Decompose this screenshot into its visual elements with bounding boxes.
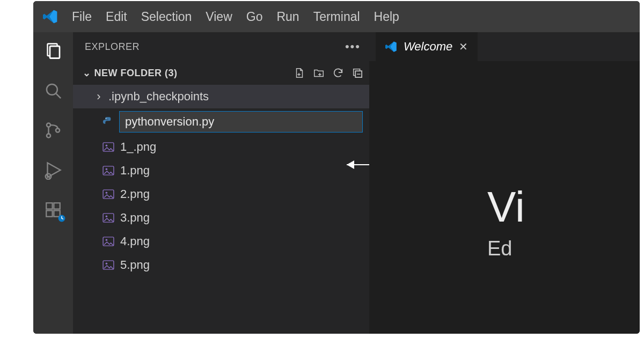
python-file-icon [101,116,114,127]
svg-point-31 [106,263,108,265]
image-file-icon [102,260,115,270]
chevron-down-icon: ⌄ [83,67,91,79]
explorer-sidebar: EXPLORER ••• ⌄ NEW FOLDER (3) [73,32,369,334]
folder-name: NEW FOLDER (3) [94,68,178,79]
tab-label: Welcome [404,40,452,54]
svg-rect-10 [46,203,52,209]
image-file-icon [102,165,115,176]
menu-help[interactable]: Help [374,10,399,24]
tree-file-label: 2.png [120,187,150,201]
new-file-name-input[interactable]: pythonversion.py [119,111,363,133]
menu-selection[interactable]: Selection [141,10,192,24]
svg-point-7 [56,128,60,132]
menu-view[interactable]: View [206,10,232,24]
new-file-input-row: pythonversion.py [73,108,369,135]
svg-rect-13 [54,203,60,209]
svg-point-27 [106,216,108,218]
tree-file[interactable]: 1_.png [73,135,369,159]
svg-point-6 [47,134,50,137]
svg-point-5 [47,123,50,127]
tree-file[interactable]: 5.png [73,253,369,277]
svg-point-25 [106,192,108,194]
tree-file[interactable]: 4.png [73,230,369,253]
editor-area: Welcome ✕ Vi Ed [369,32,640,334]
search-icon[interactable] [42,79,64,102]
new-file-icon[interactable] [293,67,306,79]
svg-point-29 [106,239,108,241]
tree-file-label: 3.png [120,211,150,225]
tree-file-label: 5.png [120,258,150,272]
collapse-all-icon[interactable] [351,67,364,79]
vscode-logo-icon [385,41,397,53]
explorer-title: EXPLORER [85,41,140,53]
menu-terminal[interactable]: Terminal [313,10,360,24]
file-tree: › .ipynb_checkpoints pythonversion.py [73,85,369,277]
welcome-content: Vi Ed [487,182,525,260]
tree-file[interactable]: 3.png [73,206,369,230]
close-icon[interactable]: ✕ [459,40,468,53]
explorer-header: EXPLORER ••• [73,32,369,61]
tree-file-label: 1.png [120,164,150,178]
svg-rect-1 [50,46,60,58]
tree-file-label: 4.png [120,234,150,248]
explorer-more-icon[interactable]: ••• [345,40,361,54]
tree-dir-ipynb-checkpoints[interactable]: › .ipynb_checkpoints [73,85,369,108]
tree-file[interactable]: 2.png [73,182,369,206]
tree-file[interactable]: 1.png [73,159,369,182]
tab-bar: Welcome ✕ [369,32,640,61]
run-debug-icon[interactable] [42,159,64,181]
image-file-icon [102,212,115,223]
welcome-title: Vi [487,182,525,232]
menu-run[interactable]: Run [276,10,299,24]
explorer-icon[interactable] [42,40,64,62]
svg-point-21 [106,145,108,147]
folder-actions [293,67,364,79]
vscode-logo-icon [43,9,58,24]
image-file-icon [102,142,115,152]
svg-point-23 [106,168,108,171]
svg-point-19 [106,118,107,119]
image-file-icon [102,236,115,247]
tree-file-label: 1_.png [120,140,156,154]
welcome-subtitle: Ed [487,237,525,260]
image-file-icon [102,189,115,200]
vscode-window: File Edit Selection View Go Run Terminal… [33,1,640,334]
refresh-icon[interactable] [332,67,345,79]
svg-rect-11 [46,210,52,216]
source-control-icon[interactable] [42,119,64,142]
extensions-icon[interactable] [42,199,64,221]
activity-bar [33,32,73,334]
menu-edit[interactable]: Edit [106,10,127,24]
workspace: EXPLORER ••• ⌄ NEW FOLDER (3) [33,32,640,334]
chevron-right-icon: › [94,90,103,104]
new-folder-icon[interactable] [312,67,325,79]
svg-point-3 [47,84,57,95]
workspace-folder-row[interactable]: ⌄ NEW FOLDER (3) [73,61,369,85]
title-bar: File Edit Selection View Go Run Terminal… [33,1,640,32]
menu-file[interactable]: File [72,10,92,24]
svg-line-4 [56,94,61,99]
menu-go[interactable]: Go [246,10,263,24]
tree-dir-label: .ipynb_checkpoints [108,90,209,104]
new-file-name-value: pythonversion.py [125,115,214,129]
tab-welcome[interactable]: Welcome ✕ [376,32,478,61]
